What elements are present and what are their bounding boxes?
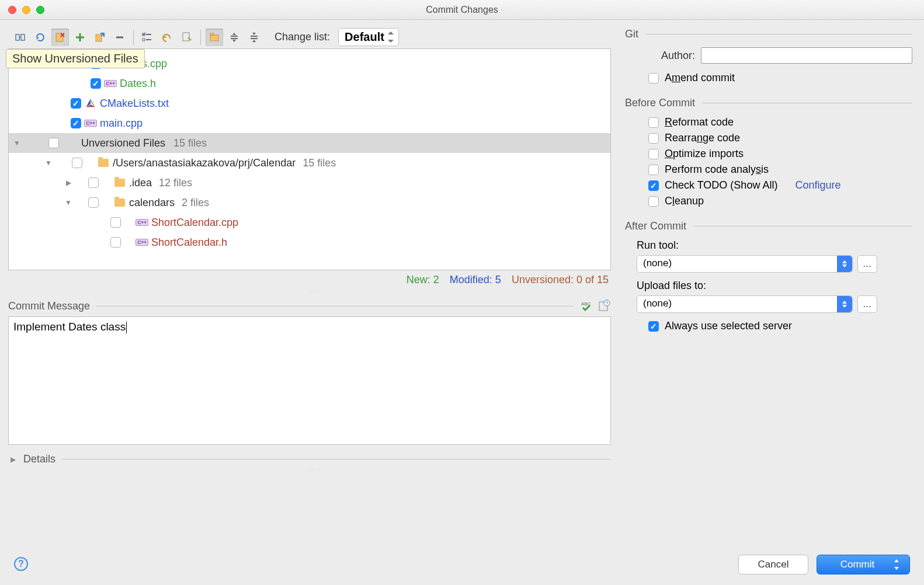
run-tool-select[interactable]: (none)	[637, 255, 853, 273]
configure-link[interactable]: Configure	[795, 179, 840, 191]
cleanup-checkbox[interactable]	[648, 196, 659, 207]
file-count: 15 files	[303, 157, 336, 169]
analysis-checkbox[interactable]	[648, 165, 659, 175]
amend-checkbox[interactable]	[648, 73, 659, 83]
folder-icon	[114, 197, 126, 208]
before-commit-title: Before Commit	[625, 97, 695, 109]
tree-row-main[interactable]: C++ main.cpp	[9, 113, 610, 133]
rearrange-label: Rearrange code	[665, 132, 740, 144]
filename: CMakeLists.txt	[100, 98, 169, 110]
cpp-file-icon: C++	[105, 78, 116, 89]
reformat-checkbox[interactable]	[648, 117, 659, 128]
amend-label: Amend commit	[665, 72, 735, 84]
tree-row-idea[interactable]: ▶ .idea 12 files	[9, 173, 610, 193]
add-icon[interactable]	[71, 29, 89, 46]
resize-grip[interactable]: ::::::	[8, 466, 620, 472]
upload-value: (none)	[643, 298, 672, 309]
move-changelist-icon[interactable]	[91, 29, 109, 46]
filename: calendars	[129, 197, 175, 209]
changelist-value: Default	[345, 30, 384, 43]
tooltip: Show Unversioned Files	[6, 49, 145, 68]
optimize-label: Optimize imports	[665, 148, 744, 160]
filename: Dates.h	[120, 78, 156, 90]
collapse-all-icon[interactable]	[245, 29, 263, 46]
file-count: 2 files	[182, 197, 209, 209]
show-unversioned-icon[interactable]	[51, 29, 69, 46]
svg-rect-0	[16, 34, 19, 40]
upload-select[interactable]: (none)	[637, 295, 853, 313]
disclosure-icon[interactable]: ▼	[12, 139, 22, 147]
rearrange-checkbox[interactable]	[648, 133, 659, 144]
cpp-file-icon: C++	[136, 237, 148, 248]
checkbox[interactable]	[91, 78, 101, 89]
help-button[interactable]: ?	[14, 557, 28, 571]
remove-icon[interactable]	[111, 29, 128, 46]
checkbox[interactable]	[88, 197, 99, 208]
checkbox[interactable]	[110, 237, 121, 248]
spellcheck-icon[interactable]: ABC	[579, 299, 593, 313]
optimize-checkbox[interactable]	[648, 149, 659, 159]
commit-message-text: Implement Dates class	[13, 321, 127, 333]
commit-button-label: Commit	[840, 559, 875, 570]
folder-icon	[114, 177, 126, 188]
tree-row-dates-h[interactable]: C++ Dates.h	[9, 74, 610, 93]
disclosure-icon[interactable]: ▼	[44, 159, 53, 167]
filename: ShortCalendar.h	[151, 236, 227, 249]
author-label: Author:	[648, 50, 695, 62]
cleanup-label: Cleanup	[665, 195, 704, 207]
commit-message-input[interactable]: Implement Dates class	[8, 316, 611, 445]
checkbox[interactable]	[71, 118, 81, 128]
stat-modified: Modified: 5	[450, 274, 501, 286]
upload-label: Upload files to:	[637, 280, 912, 292]
run-tool-browse-button[interactable]: ...	[857, 255, 877, 273]
edit-source-icon[interactable]	[178, 29, 196, 46]
checklist-icon[interactable]	[138, 29, 156, 46]
stats-bar: New: 2 Modified: 5 Unversioned: 0 of 15	[8, 270, 620, 288]
svg-rect-8	[210, 33, 214, 35]
upload-browse-button[interactable]: ...	[857, 295, 877, 313]
disclosure-icon[interactable]: ▶	[8, 455, 18, 464]
disclosure-icon[interactable]: ▶	[64, 179, 73, 187]
changes-tree[interactable]: C++ Dates.cpp C++ Dates.h CMakeLists.txt…	[8, 48, 611, 270]
show-diff-icon[interactable]	[12, 29, 29, 46]
details-label: Details	[23, 453, 55, 465]
tree-row-path[interactable]: ▼ /Users/anastasiakazakova/prj/Calendar …	[9, 153, 610, 173]
tree-row-calendars[interactable]: ▼ calendars 2 files	[9, 193, 610, 213]
checkbox[interactable]	[110, 217, 121, 228]
analysis-label: Perform code analysis	[665, 163, 769, 176]
tree-row-cmake[interactable]: CMakeLists.txt	[9, 93, 610, 113]
refresh-icon[interactable]	[32, 29, 49, 46]
stat-new: New: 2	[407, 274, 439, 286]
always-server-label: Always use selected server	[665, 320, 792, 332]
revert-icon[interactable]	[158, 29, 176, 46]
folder-icon	[98, 158, 109, 168]
resize-grip[interactable]: ::::::	[8, 288, 620, 294]
changelist-select[interactable]: Default	[338, 28, 399, 46]
always-server-checkbox[interactable]	[648, 321, 659, 332]
checkbox[interactable]	[48, 138, 59, 148]
expand-all-icon[interactable]	[225, 29, 243, 46]
stat-unversioned: Unversioned: 0 of 15	[512, 274, 609, 286]
after-commit-title: After Commit	[625, 220, 686, 232]
svg-rect-5	[143, 39, 145, 41]
author-input[interactable]	[701, 47, 912, 64]
tree-row-sc-h[interactable]: C++ ShortCalendar.h	[9, 232, 610, 252]
cancel-button[interactable]: Cancel	[738, 555, 808, 574]
tree-row-sc-cpp[interactable]: C++ ShortCalendar.cpp	[9, 213, 610, 232]
unversioned-section[interactable]: ▼ Unversioned Files 15 files	[9, 133, 610, 153]
checkbox[interactable]	[72, 158, 82, 168]
svg-rect-6	[183, 33, 189, 41]
commit-message-label: Commit Message	[8, 300, 90, 312]
checkbox[interactable]	[71, 98, 81, 109]
disclosure-icon[interactable]: ▼	[64, 199, 73, 207]
window-title: Commit Changes	[0, 5, 924, 15]
history-icon[interactable]	[597, 299, 611, 313]
todo-label: Check TODO (Show All)	[665, 179, 777, 191]
file-count: 15 files	[173, 137, 207, 149]
cmake-file-icon	[85, 98, 96, 109]
group-by-directory-icon[interactable]	[206, 29, 223, 46]
commit-button[interactable]: Commit	[817, 555, 910, 574]
todo-checkbox[interactable]	[648, 180, 659, 191]
cpp-file-icon: C++	[136, 217, 148, 228]
checkbox[interactable]	[88, 177, 99, 188]
